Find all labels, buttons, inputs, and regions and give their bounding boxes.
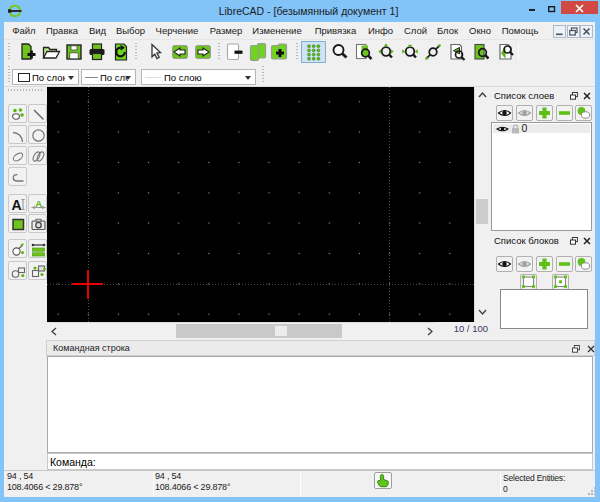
svg-text:A: A: [11, 197, 21, 213]
svg-text:A: A: [35, 198, 42, 209]
